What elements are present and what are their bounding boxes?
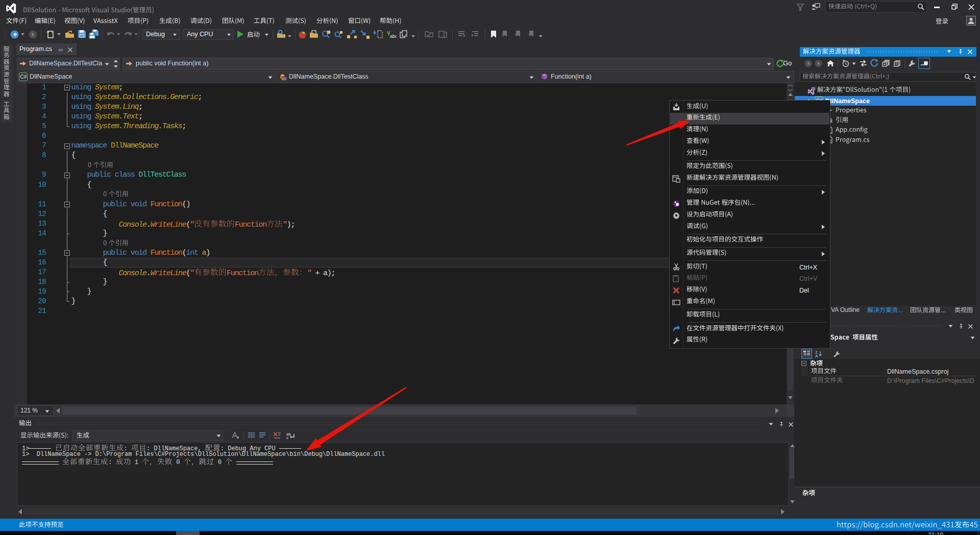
svg-text:C#: C# <box>20 74 27 80</box>
svg-text:A: A <box>815 354 818 357</box>
svg-text:abc: abc <box>390 34 397 39</box>
svg-text:c: c <box>286 435 288 440</box>
